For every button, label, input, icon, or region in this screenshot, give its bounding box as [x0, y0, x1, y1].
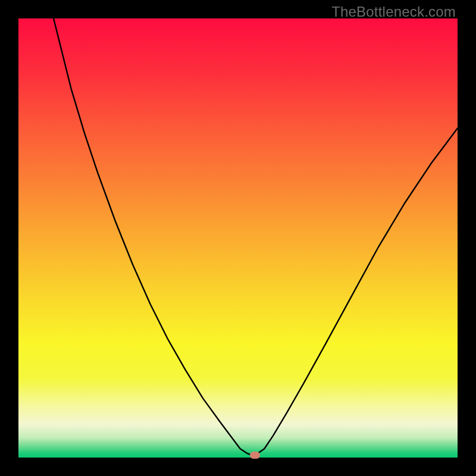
optimum-marker	[250, 452, 260, 459]
chart-frame: TheBottleneck.com	[0, 0, 476, 476]
watermark-text: TheBottleneck.com	[331, 4, 456, 20]
bottleneck-curve	[18, 18, 458, 458]
